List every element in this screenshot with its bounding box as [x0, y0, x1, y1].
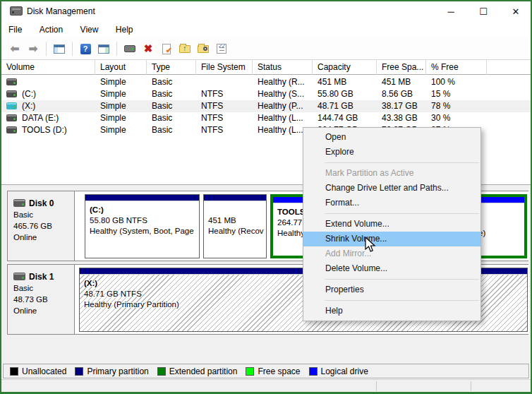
menu-item-shrink-volume[interactable]: Shrink Volume... — [303, 232, 480, 246]
volume-name: (X:) — [22, 101, 35, 111]
header-capacity[interactable]: Capacity — [313, 60, 377, 75]
menu-separator — [325, 162, 479, 163]
toolbar-separator — [116, 42, 117, 56]
cell-type: Basic — [147, 77, 196, 88]
menu-item-format[interactable]: Format... — [303, 196, 480, 210]
open-folder-icon[interactable]: ↑ — [177, 42, 193, 56]
menu-item-open[interactable]: Open — [303, 130, 480, 145]
disk-size: 465.76 GB — [13, 220, 74, 232]
context-menu: Open Explore Mark Partition as Active Ch… — [303, 127, 481, 321]
disk-management-window: Disk Management ─ ☐ ✕ File Action View H… — [0, 0, 532, 394]
partition-recovery[interactable]: 451 MB Healthy (Recov — [203, 194, 267, 258]
window-title: Disk Management — [27, 6, 95, 16]
cell-free: 451 MB — [377, 77, 426, 88]
disk-status: Online — [13, 232, 74, 243]
device-properties-icon[interactable] — [122, 42, 138, 56]
task-list-icon[interactable] — [214, 42, 229, 56]
disk-name: Disk 1 — [29, 272, 54, 282]
disk-icon — [13, 199, 25, 207]
partition-name — [208, 205, 266, 215]
header-type[interactable]: Type — [147, 60, 196, 75]
cell-fs: NTFS — [196, 113, 253, 124]
show-console-tree-icon[interactable] — [52, 42, 67, 56]
extended-partition-swatch — [157, 367, 166, 376]
status-bar — [1, 379, 531, 392]
explore-folder-icon[interactable] — [195, 42, 211, 56]
volume-name: TOOLS (D:) — [22, 125, 67, 135]
disk-status: Online — [13, 305, 74, 316]
volume-icon — [6, 90, 17, 97]
primary-partition-band — [85, 195, 199, 201]
header-file-system[interactable]: File System — [196, 60, 253, 75]
partition-status: Healthy (Recov — [208, 226, 266, 237]
close-button[interactable]: ✕ — [500, 1, 532, 22]
volume-name: DATA (E:) — [22, 113, 59, 123]
partition-status: Healthy (System, Boot, Page — [90, 226, 199, 237]
disk-1-tile[interactable]: Disk 1 Basic 48.73 GB Online — [8, 265, 75, 334]
cell-fs: NTFS — [196, 89, 253, 100]
menu-bar: File Action View Help — [1, 22, 531, 38]
table-row-selected[interactable]: (X:) Simple Basic NTFS Healthy (P... 48.… — [1, 100, 531, 112]
menu-view[interactable]: View — [73, 22, 106, 38]
free-space-swatch — [246, 367, 254, 376]
status-divider — [376, 381, 377, 391]
disk-type: Basic — [13, 282, 74, 294]
check-document-icon[interactable]: ✔ — [159, 42, 174, 56]
legend-label: Extended partition — [169, 366, 238, 376]
header-status[interactable]: Status — [253, 60, 313, 75]
legend-extended-partition: Extended partition — [157, 366, 238, 376]
header-percent-free[interactable]: % Free — [426, 60, 487, 75]
cell-pfree: 30 % — [426, 113, 487, 124]
cell-layout: Simple — [95, 77, 147, 88]
maximize-button[interactable]: ☐ — [467, 1, 500, 22]
cell-layout: Simple — [95, 125, 147, 136]
cell-status: Healthy (P... — [253, 101, 313, 112]
toolbar-separator — [46, 42, 47, 56]
legend-label: Free space — [258, 366, 300, 376]
back-icon[interactable]: ⬅ — [7, 42, 23, 56]
menu-item-help[interactable]: Help — [303, 304, 480, 318]
table-row[interactable]: (C:) Simple Basic NTFS Healthy (S... 55.… — [1, 88, 531, 100]
partition-name: (C:) — [90, 205, 199, 215]
header-free-space[interactable]: Free Spa... — [377, 60, 426, 75]
partition-c[interactable]: (C:) 55.80 GB NTFS Healthy (System, Boot… — [85, 194, 200, 258]
menu-file[interactable]: File — [1, 22, 29, 38]
menu-item-change-drive-letter[interactable]: Change Drive Letter and Paths... — [303, 181, 480, 196]
menu-item-explore[interactable]: Explore — [303, 145, 480, 160]
cell-fs: NTFS — [196, 101, 253, 112]
volume-icon — [6, 114, 17, 121]
logical-drive-swatch — [309, 367, 318, 376]
menu-help[interactable]: Help — [109, 22, 140, 38]
toolbar-separator — [72, 42, 73, 56]
legend-unallocated: Unallocated — [10, 366, 66, 376]
menu-item-properties[interactable]: Properties — [303, 282, 480, 297]
header-volume[interactable]: Volume — [1, 60, 95, 75]
menu-item-delete-volume[interactable]: Delete Volume... — [303, 261, 480, 276]
mouse-cursor-icon — [364, 237, 377, 253]
cell-capacity: 48.71 GB — [313, 101, 377, 112]
table-row[interactable]: DATA (E:) Simple Basic NTFS Healthy (L..… — [1, 112, 531, 124]
cell-fs: NTFS — [196, 125, 253, 136]
unallocated-swatch — [10, 367, 18, 376]
show-action-pane-icon[interactable] — [96, 42, 111, 56]
menu-item-extend-volume[interactable]: Extend Volume... — [303, 217, 480, 232]
header-layout[interactable]: Layout — [95, 60, 147, 75]
cell-status: Healthy (R... — [253, 77, 313, 88]
legend-logical-drive: Logical drive — [309, 366, 368, 376]
disk-name: Disk 0 — [29, 198, 54, 208]
legend-free-space: Free space — [246, 366, 300, 376]
menu-separator — [325, 300, 479, 301]
table-row[interactable]: Simple Basic Healthy (R... 451 MB 451 MB… — [1, 76, 531, 88]
cell-free: 43.38 GB — [377, 113, 426, 124]
delete-icon[interactable]: ✖ — [140, 42, 156, 56]
help-icon[interactable]: ? — [78, 42, 93, 56]
disk-0-tile[interactable]: Disk 0 Basic 465.76 GB Online — [8, 191, 75, 261]
menu-separator — [325, 213, 479, 214]
minimize-button[interactable]: ─ — [435, 1, 467, 22]
cell-pfree: 15 % — [426, 89, 487, 100]
menu-item-add-mirror: Add Mirror... — [303, 246, 480, 261]
forward-icon[interactable]: ➡ — [25, 42, 41, 56]
partition-size: 451 MB — [208, 215, 266, 226]
cell-type: Basic — [147, 101, 196, 112]
menu-action[interactable]: Action — [32, 22, 70, 38]
